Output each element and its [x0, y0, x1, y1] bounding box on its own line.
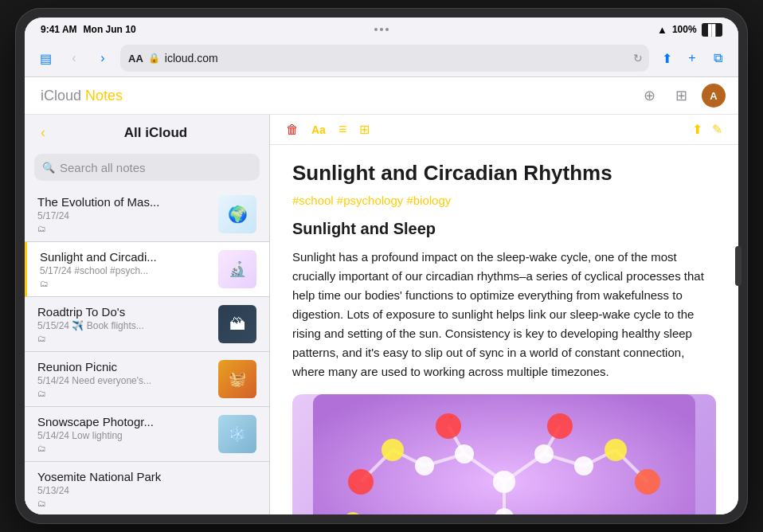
note-toolbar: 🗑 Aa ≡ ⊞ ⬆ ✎	[270, 115, 738, 145]
lock-icon: 🔒	[148, 53, 160, 64]
ipad-frame: 9:41 AM Mon Jun 10 ▲ 100% ▐▌ ▤ ‹ › AA 🔒	[15, 8, 748, 524]
edit-note-button[interactable]: ✎	[712, 122, 722, 137]
notes-label: Notes	[85, 88, 123, 104]
note-section-title: Sunlight and Sleep	[292, 220, 716, 238]
search-bar[interactable]: 🔍 Search all notes	[34, 154, 260, 181]
main-layout: ‹ All iCloud 🔍 Search all notes The Evol…	[25, 115, 738, 514]
dot3	[385, 28, 389, 31]
molecule-svg	[313, 394, 695, 514]
note-item-content: Reunion Picnic 5/14/24 Need everyone's..…	[37, 360, 210, 398]
share-browser-button[interactable]: ⬆	[655, 47, 678, 69]
folder-icon: 🗂	[37, 334, 210, 343]
molecule-visual	[292, 394, 716, 514]
add-tab-button[interactable]: +	[681, 47, 703, 69]
note-main-title: Sunlight and Circadian Rhythms	[292, 161, 716, 186]
sidebar-toggle-button[interactable]: ▤	[34, 47, 57, 69]
folder-icon: 🗂	[37, 224, 210, 233]
sidebar-back-button[interactable]: ‹	[37, 123, 49, 143]
avatar: A	[702, 84, 726, 108]
note-title: Roadtrip To Do's	[37, 305, 210, 319]
list-item[interactable]: Reunion Picnic 5/14/24 Need everyone's..…	[25, 352, 269, 407]
note-thumbnail: 🏔	[218, 305, 256, 343]
note-meta: 5/17/24	[37, 210, 210, 221]
search-placeholder-text: Search all notes	[60, 161, 146, 174]
tabs-button[interactable]: ⧉	[706, 47, 729, 69]
search-icon: 🔍	[42, 162, 55, 174]
browser-actions: ⬆ + ⧉	[655, 47, 729, 69]
url-aa-label: AA	[128, 53, 143, 65]
sidebar: ‹ All iCloud 🔍 Search all notes The Evol…	[25, 115, 270, 514]
side-button[interactable]	[735, 246, 741, 286]
list-item[interactable]: The Evolution of Mas... 5/17/24 🗂 🌍	[25, 187, 269, 242]
svg-point-31	[635, 469, 660, 495]
list-format-button[interactable]: ≡	[338, 121, 347, 138]
folder-icon: 🗂	[40, 279, 210, 288]
sidebar-title: All iCloud	[55, 125, 256, 141]
note-content-area: 🗑 Aa ≡ ⊞ ⬆ ✎ Sunlight and Circadian Rhyt…	[270, 115, 738, 514]
status-dots	[374, 28, 389, 31]
delete-note-button[interactable]: 🗑	[286, 123, 299, 137]
app-logo: iCloud Notes	[37, 88, 638, 104]
svg-point-25	[605, 439, 627, 461]
font-button[interactable]: Aa	[311, 123, 326, 136]
app-title: iCloud Notes	[41, 88, 123, 104]
svg-point-20	[415, 456, 434, 475]
note-meta: 5/14/24 Low lighting	[37, 430, 210, 441]
note-title: Snowscape Photogr...	[37, 415, 210, 428]
sidebar-header: ‹ All iCloud	[25, 115, 269, 151]
folder-icon: 🗂	[37, 444, 210, 453]
list-item[interactable]: Roadtrip To Do's 5/15/24 ✈️ Book flights…	[25, 297, 269, 352]
note-toolbar-right: ⬆ ✎	[692, 122, 722, 137]
folder-icon: 🗂	[37, 389, 210, 398]
svg-point-18	[534, 444, 554, 464]
note-item-content: Snowscape Photogr... 5/14/24 Low lightin…	[37, 415, 210, 453]
note-meta: 5/17/24 #school #psych...	[40, 265, 210, 276]
note-item-content: Yosemite National Park 5/13/24 🗂	[37, 470, 256, 508]
list-item[interactable]: Snowscape Photogr... 5/14/24 Low lightin…	[25, 407, 269, 462]
battery-display: 100%	[672, 24, 697, 35]
notes-list: The Evolution of Mas... 5/17/24 🗂 🌍 Sunl…	[25, 187, 269, 514]
url-domain: icloud.com	[165, 52, 218, 65]
svg-point-22	[436, 413, 461, 439]
url-bar[interactable]: AA 🔒 icloud.com ↻	[120, 45, 649, 72]
add-person-button[interactable]: ⊕	[638, 84, 660, 107]
note-image	[292, 394, 716, 514]
list-item[interactable]: Sunlight and Circadi... 5/17/24 #school …	[25, 242, 269, 297]
battery-icon: ▐▌	[702, 23, 722, 37]
icloud-label: iCloud	[41, 88, 85, 104]
note-item-content: The Evolution of Mas... 5/17/24 🗂	[37, 195, 210, 233]
note-toolbar-left: 🗑 Aa ≡ ⊞	[286, 121, 370, 138]
back-button[interactable]: ‹	[63, 47, 85, 69]
share-note-button[interactable]: ⬆	[692, 122, 702, 137]
note-meta: 5/13/24	[37, 485, 256, 496]
status-bar-right: ▲ 100% ▐▌	[657, 23, 722, 37]
date-display: Mon Jun 10	[84, 24, 136, 35]
svg-point-17	[455, 444, 474, 464]
svg-point-30	[348, 469, 374, 495]
status-bar-left: 9:41 AM Mon Jun 10	[41, 24, 136, 35]
time-display: 9:41 AM	[41, 24, 77, 35]
table-button[interactable]: ⊞	[359, 122, 370, 137]
folder-icon: 🗂	[37, 499, 256, 508]
note-title: Yosemite National Park	[37, 470, 256, 483]
dot2	[380, 28, 383, 31]
reload-icon[interactable]: ↻	[633, 52, 643, 65]
dot1	[374, 28, 378, 31]
note-item-content: Roadtrip To Do's 5/15/24 ✈️ Book flights…	[37, 305, 210, 343]
note-body: Sunlight and Circadian Rhythms #school #…	[270, 145, 738, 514]
app-header: iCloud Notes ⊕ ⊞ A	[25, 77, 738, 115]
note-meta: 5/14/24 Need everyone's...	[37, 375, 210, 386]
svg-point-16	[493, 471, 515, 493]
note-paragraph: Sunlight has a profound impact on the sl…	[292, 248, 716, 381]
grid-view-button[interactable]: ⊞	[670, 84, 692, 107]
forward-button[interactable]: ›	[92, 47, 114, 69]
list-item[interactable]: Yosemite National Park 5/13/24 🗂	[25, 462, 269, 514]
svg-point-21	[574, 456, 593, 475]
note-title: The Evolution of Mas...	[37, 195, 210, 209]
note-title: Sunlight and Circadi...	[40, 250, 210, 264]
note-thumbnail: 🧺	[218, 360, 256, 398]
note-thumbnail: 🔬	[218, 250, 256, 288]
app-header-actions: ⊕ ⊞ A	[638, 84, 726, 108]
note-tags: #school #psychology #biology	[292, 194, 716, 207]
note-thumbnail: ❄️	[218, 415, 256, 453]
